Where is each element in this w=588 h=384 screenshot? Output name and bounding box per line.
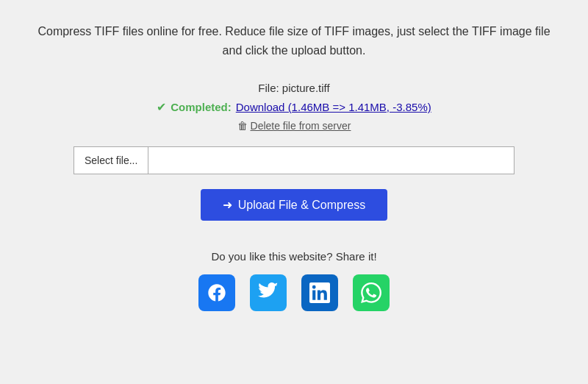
share-section: Do you like this website? Share it! [198, 250, 390, 311]
arrow-icon: ➜ [223, 198, 232, 212]
delete-row: 🗑 Delete file from server [157, 120, 431, 132]
upload-compress-button[interactable]: ➜ Upload File & Compress [201, 189, 387, 221]
description-text: Compress TIFF files online for free. Red… [29, 22, 559, 60]
trash-icon: 🗑 [237, 120, 248, 132]
file-info-section: File: picture.tiff ✔ Completed: Download… [157, 82, 431, 132]
linkedin-share-button[interactable] [301, 274, 338, 311]
linkedin-icon [309, 282, 330, 303]
delete-link[interactable]: Delete file from server [251, 120, 351, 132]
completed-row: ✔ Completed: Download (1.46MB => 1.41MB,… [157, 100, 431, 114]
completed-label: Completed: [171, 101, 232, 113]
twitter-icon [258, 282, 279, 303]
facebook-share-button[interactable] [198, 274, 235, 311]
facebook-icon [207, 282, 227, 303]
file-input-display[interactable] [148, 146, 514, 174]
download-link[interactable]: Download (1.46MB => 1.41MB, -3.85%) [236, 101, 431, 113]
whatsapp-icon [361, 282, 381, 303]
check-icon: ✔ [157, 100, 166, 114]
main-container: Compress TIFF files online for free. Red… [0, 0, 588, 333]
file-name-label: File: picture.tiff [157, 82, 431, 94]
twitter-share-button[interactable] [250, 274, 287, 311]
social-icons [198, 274, 390, 311]
file-input-row: Select file... [74, 146, 514, 174]
whatsapp-share-button[interactable] [353, 274, 390, 311]
select-file-button[interactable]: Select file... [74, 146, 148, 174]
upload-btn-label: Upload File & Compress [238, 199, 365, 212]
share-text: Do you like this website? Share it! [198, 250, 390, 263]
